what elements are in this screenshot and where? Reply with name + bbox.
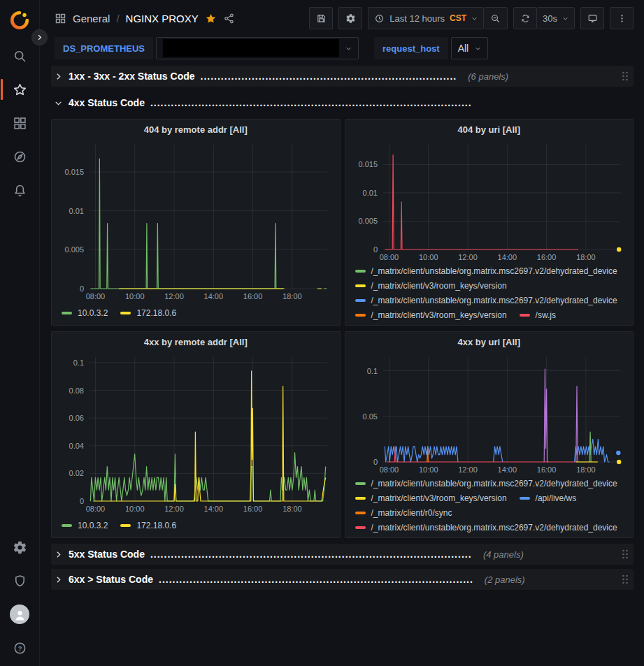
- row-header-6xx[interactable]: 6xx > Status Code ......................…: [51, 569, 634, 590]
- panel-title[interactable]: 4xx by uri [All]: [351, 333, 628, 352]
- zoom-out-icon: [490, 13, 501, 24]
- series-color-swatch: [355, 482, 366, 485]
- svg-text:16:00: 16:00: [243, 292, 263, 301]
- dashboard-title[interactable]: NGINX PROXY: [126, 13, 199, 24]
- navbar: General / NGINX PROXY: [40, 0, 644, 36]
- grafana-logo-icon[interactable]: [9, 8, 30, 32]
- sidebar-expand-button[interactable]: [31, 29, 48, 45]
- grafana-app: ? General / NGINX PROXY: [0, 0, 644, 666]
- timeseries-chart[interactable]: 08:0010:0012:0014:0016:0018:0000.0050.01…: [57, 139, 334, 303]
- legend-item[interactable]: /sw.js: [520, 310, 556, 320]
- sidebar-bottom: ?: [6, 530, 34, 666]
- chart-legend: /_matrix/client/unstable/org.matrix.msc2…: [351, 263, 628, 324]
- legend-item[interactable]: /_matrix/client/unstable/org.matrix.msc2…: [355, 523, 617, 533]
- legend-row: /_matrix/client/v3/room_keys/version/api…: [355, 491, 628, 505]
- legend-item[interactable]: /_matrix/client/unstable/org.matrix.msc2…: [355, 296, 617, 305]
- series-color-swatch: [355, 512, 366, 514]
- zoom-out-time-button[interactable]: [484, 7, 508, 29]
- legend-item[interactable]: 10.0.3.2: [62, 308, 108, 318]
- legend-item[interactable]: 10.0.3.2: [62, 521, 108, 530]
- legend-row: /_matrix/client/unstable/org.matrix.msc2…: [355, 263, 628, 278]
- panel-title[interactable]: 404 by remote addr [All]: [57, 121, 334, 139]
- sidebar-item-dashboards[interactable]: [6, 106, 34, 140]
- sidebar-item-configuration[interactable]: [6, 530, 34, 564]
- chevron-right-icon: [54, 550, 63, 559]
- gear-icon: [345, 13, 356, 24]
- refresh-icon: [520, 13, 531, 24]
- series-color-swatch: [355, 299, 366, 302]
- svg-text:14:00: 14:00: [497, 253, 517, 261]
- refresh-interval-label: 30s: [543, 13, 557, 24]
- svg-text:?: ?: [17, 645, 22, 652]
- favorite-star-icon[interactable]: [205, 13, 217, 24]
- refresh-interval-picker[interactable]: 30s: [537, 7, 575, 29]
- datasource-variable-select[interactable]: [156, 37, 359, 59]
- legend-item[interactable]: /_matrix/client/v3/room_keys/version: [355, 493, 507, 503]
- share-icon[interactable]: [223, 13, 235, 24]
- chevron-right-icon: [36, 34, 43, 41]
- legend-row: /_matrix/client/unstable/org.matrix.msc2…: [355, 476, 628, 491]
- svg-text:0.05: 0.05: [362, 412, 377, 421]
- row-header-1xx[interactable]: 1xx - 3xx - 2xx Status Code ............…: [51, 66, 634, 87]
- sidebar-item-explore[interactable]: [6, 140, 34, 173]
- series-color-swatch: [62, 524, 72, 527]
- sidebar-item-help[interactable]: ?: [6, 631, 34, 665]
- legend-row: 10.0.3.2172.18.0.6: [62, 518, 334, 533]
- svg-text:0.015: 0.015: [358, 160, 378, 168]
- save-dashboard-button[interactable]: [309, 7, 333, 29]
- series-color-swatch: [120, 524, 131, 527]
- svg-text:12:00: 12:00: [164, 292, 184, 301]
- drag-handle-icon[interactable]: [621, 574, 629, 585]
- legend-item[interactable]: /_matrix/client/r0/sync: [355, 508, 452, 518]
- legend-item[interactable]: /api/live/ws: [520, 493, 577, 503]
- legend-item[interactable]: /_matrix/client/unstable/org.matrix.msc2…: [355, 479, 617, 488]
- panel-title[interactable]: 404 by uri [All]: [351, 121, 628, 139]
- series-color-swatch: [120, 312, 131, 314]
- series-color-swatch: [355, 526, 366, 529]
- legend-item[interactable]: 172.18.0.6: [120, 308, 176, 318]
- series-color-swatch: [520, 314, 530, 317]
- chevron-right-icon: [54, 72, 63, 81]
- drag-handle-icon[interactable]: [621, 549, 629, 560]
- legend-item[interactable]: /_matrix/client/v3/room_keys/version: [355, 281, 507, 291]
- time-range-picker[interactable]: Last 12 hours CST: [368, 7, 484, 29]
- dashboard-settings-button[interactable]: [338, 7, 362, 29]
- row-title-dots: ........................................…: [159, 574, 473, 585]
- chart-legend: 10.0.3.2172.18.0.6: [57, 515, 334, 533]
- timezone-label: CST: [450, 13, 466, 23]
- breadcrumb-section[interactable]: General: [73, 13, 110, 24]
- sidebar-item-alerting[interactable]: [6, 173, 34, 207]
- sidebar-item-server-admin[interactable]: [6, 564, 34, 598]
- cycle-view-mode-button[interactable]: [580, 7, 604, 29]
- request-host-value: All: [458, 43, 469, 54]
- row-header-4xx[interactable]: 4xx Status Code ........................…: [51, 92, 634, 113]
- legend-item[interactable]: 172.18.0.6: [120, 521, 176, 530]
- row-header-5xx[interactable]: 5xx Status Code ........................…: [51, 544, 634, 565]
- legend-item[interactable]: /_matrix/client/v3/room_keys/version: [355, 310, 507, 320]
- row-title: 5xx Status Code: [69, 549, 145, 560]
- sidebar-item-profile[interactable]: [6, 598, 34, 631]
- chart-legend: 10.0.3.2172.18.0.6: [57, 303, 334, 320]
- panel-title[interactable]: 4xx by remote addr [All]: [57, 333, 334, 352]
- svg-text:0.005: 0.005: [358, 217, 378, 225]
- drag-handle-icon[interactable]: [621, 71, 629, 82]
- svg-text:16:00: 16:00: [536, 465, 556, 474]
- svg-text:18:00: 18:00: [282, 505, 302, 513]
- sidebar: ?: [0, 0, 40, 666]
- request-host-variable-select[interactable]: All: [451, 37, 489, 59]
- svg-text:0: 0: [373, 458, 377, 466]
- more-options-button[interactable]: [610, 7, 634, 29]
- legend-item[interactable]: /_matrix/client/unstable/org.matrix.msc2…: [355, 266, 617, 276]
- timeseries-chart[interactable]: 08:0010:0012:0014:0016:0018:0000.0050.01…: [351, 139, 628, 263]
- sidebar-item-search[interactable]: [6, 39, 34, 73]
- timeseries-chart[interactable]: 08:0010:0012:0014:0016:0018:0000.050.1: [351, 352, 628, 476]
- sidebar-item-starred[interactable]: [6, 73, 34, 106]
- svg-text:12:00: 12:00: [458, 465, 478, 474]
- search-icon: [13, 49, 27, 64]
- svg-text:08:00: 08:00: [86, 505, 106, 513]
- timeseries-chart[interactable]: 08:0010:0012:0014:0016:0018:0000.020.040…: [57, 352, 334, 515]
- svg-text:10:00: 10:00: [125, 292, 145, 301]
- panel-4xx-by-remote-addr: 4xx by remote addr [All] 08:0010:0012:00…: [51, 331, 341, 538]
- row-panel-count: (6 panels): [468, 71, 508, 82]
- refresh-button[interactable]: [513, 7, 537, 29]
